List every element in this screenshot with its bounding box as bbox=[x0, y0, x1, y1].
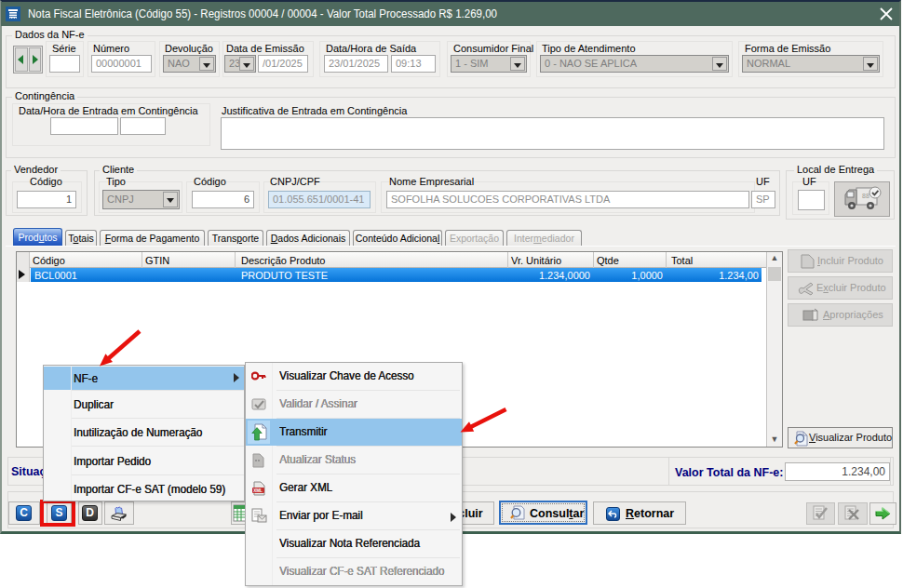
svg-text:XML: XML bbox=[253, 488, 263, 493]
svg-text:88: 88 bbox=[862, 193, 869, 199]
